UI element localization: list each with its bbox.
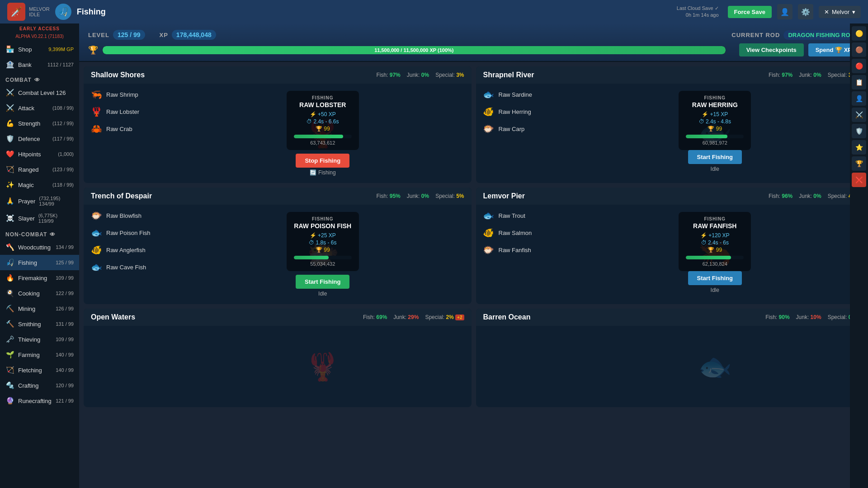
sidebar-item-prayer[interactable]: 🙏 Prayer (732,195) 134/99 xyxy=(0,192,79,210)
sidebar-item-runecrafting[interactable]: 🔮 Runecrafting 121 / 99 xyxy=(0,393,79,408)
xp-bar-row: 🏆 11,500,000 / 11,500,000 XP (100%) View… xyxy=(88,43,859,56)
fish-item-trout[interactable]: 🐟 Raw Trout xyxy=(482,209,560,222)
sidebar-item-magic[interactable]: ✨ Magic (118 / 99) xyxy=(0,177,79,192)
sidebar-item-fishing[interactable]: 🎣 Fishing 125 / 99 xyxy=(0,255,79,270)
card-xp-trench: ⚡ +25 XP xyxy=(294,232,352,239)
right-bar-person-icon[interactable]: 👤 xyxy=(852,91,866,106)
area-name-lemvor: Lemvor Pier xyxy=(483,192,761,200)
fish-item-cave-fish[interactable]: 🐟 Raw Cave Fish xyxy=(90,261,168,273)
sidebar-item-defence[interactable]: 🛡️ Defence (117 / 99) xyxy=(0,131,79,146)
salmon-icon: 🐠 xyxy=(482,226,495,239)
fish-item-crab[interactable]: 🦀 Raw Crab xyxy=(90,122,168,135)
sidebar-item-smithing[interactable]: 🔨 Smithing 131 / 99 xyxy=(0,316,79,332)
fish-item-salmon[interactable]: 🐠 Raw Salmon xyxy=(482,226,560,239)
fish-item-fanfish[interactable]: 🐡 Raw Fanfish xyxy=(482,244,560,256)
sidebar-item-strength[interactable]: 💪 Strength (112 / 99) xyxy=(0,116,79,131)
sidebar-item-mining[interactable]: ⛏️ Mining 126 / 99 xyxy=(0,301,79,316)
fish-stat-open: Fish: 69% xyxy=(363,314,387,320)
card-trophy-shrapnel: 🏆 99 xyxy=(686,126,744,132)
fish-item-anglerfish[interactable]: 🐠 Raw Anglerfish xyxy=(90,244,168,256)
spinning-icon: 🔄 xyxy=(310,169,316,176)
sidebar-item-fletching[interactable]: 🏹 Fletching 140 / 99 xyxy=(0,362,79,378)
stop-fishing-button-shallow[interactable]: Stop Fishing xyxy=(296,154,349,168)
poison-fish-icon: 🐟 xyxy=(90,226,103,239)
cooking-label: Cooking xyxy=(18,290,52,297)
right-bar-dungeon-icon[interactable]: 🔴 xyxy=(852,59,866,73)
notification-icon-button[interactable]: 👤 xyxy=(777,4,793,19)
level-label: LEVEL xyxy=(88,32,109,38)
status-text-shrapnel: Idle xyxy=(711,166,719,172)
sidebar-item-firemaking[interactable]: 🔥 Firemaking 109 / 99 xyxy=(0,270,79,286)
smithing-badge: 131 / 99 xyxy=(56,321,74,327)
view-checkpoints-button[interactable]: View Checkpoints xyxy=(739,43,804,56)
hitpoints-badge: (1,000) xyxy=(58,151,74,157)
area-stats-lemvor: Fish: 96% Junk: 0% Special: 4% xyxy=(769,193,856,199)
fishing-card-trench: FISHING RAW POISON FISH ⚡ +25 XP ⏱ 1.8s … xyxy=(287,212,359,271)
card-time-shallow: ⏱ 2.4s - 6.6s xyxy=(294,118,352,125)
start-fishing-button-shrapnel[interactable]: Start Fishing xyxy=(688,150,742,164)
fish-item-carp[interactable]: 🐡 Raw Carp xyxy=(482,122,560,135)
fish-item-blowfish[interactable]: 🐡 Raw Blowfish xyxy=(90,209,168,222)
card-fish-shallow: RAW LOBSTER xyxy=(294,101,352,108)
sidebar-item-woodcutting[interactable]: 🪓 Woodcutting 134 / 99 xyxy=(0,239,79,255)
fish-item-herring[interactable]: 🐠 Raw Herring xyxy=(482,105,560,118)
fish-list-barren-ocean xyxy=(476,326,566,407)
area-name-trench: Trench of Despair xyxy=(91,192,369,200)
force-save-button[interactable]: Force Save xyxy=(728,6,772,18)
defence-label: Defence xyxy=(18,136,49,142)
right-bar-book-icon[interactable]: 📋 xyxy=(852,75,866,89)
sidebar-item-farming[interactable]: 🌱 Farming 140 / 99 xyxy=(0,347,79,362)
logo-icon: 🗡️ xyxy=(7,3,25,21)
bg-fish-open-waters: 🦞 xyxy=(306,351,340,383)
sidebar-item-slayer[interactable]: ☠️ Slayer (6,775K) 119/99 xyxy=(0,210,79,227)
right-bar-coin-icon[interactable]: 🟡 xyxy=(852,26,866,41)
start-fishing-button-lemvor[interactable]: Start Fishing xyxy=(688,271,742,285)
right-bar-shield-icon[interactable]: 🛡️ xyxy=(852,124,866,138)
bank-label: Bank xyxy=(18,61,44,68)
topbar: 🗡️ MELVOR IDLE 🎣 Fishing Last Cloud Save… xyxy=(0,0,868,23)
right-bar-warning-icon[interactable]: ❌ xyxy=(852,173,866,187)
sidebar-item-crafting[interactable]: 🔩 Crafting 120 / 99 xyxy=(0,378,79,393)
xp-bar-text: 11,500,000 / 11,500,000 XP (100%) xyxy=(374,47,453,53)
settings-icon-button[interactable]: ⚙️ xyxy=(798,4,813,19)
smithing-icon: 🔨 xyxy=(5,319,14,328)
sidebar-item-combat-level[interactable]: ⚔️ Combat Level 126 xyxy=(0,85,79,100)
farming-badge: 140 / 99 xyxy=(56,352,74,357)
shop-icon: 🏪 xyxy=(5,45,14,54)
area-barren-ocean: Barren Ocean Fish: 90% Junk: 10% Special… xyxy=(476,309,864,407)
combat-label: COMBAT xyxy=(5,77,32,83)
card-trophy-shallow: 🏆 99 xyxy=(294,126,352,132)
fish-item-lobster[interactable]: 🦞 Raw Lobster xyxy=(90,105,168,118)
trout-name: Raw Trout xyxy=(499,212,525,219)
fish-count-lemvor: 62,130,824 xyxy=(686,261,744,267)
sidebar-item-hitpoints[interactable]: ❤️ Hitpoints (1,000) xyxy=(0,146,79,162)
sidebar-item-shop[interactable]: 🏪 Shop 9,399M GP xyxy=(0,42,79,57)
fish-item-shrimp[interactable]: 🦐 Raw Shrimp xyxy=(90,88,168,101)
sidebar-item-attack[interactable]: ⚔️ Attack (108 / 99) xyxy=(0,100,79,116)
fish-count-shrapnel: 60,981,972 xyxy=(686,140,744,145)
right-bar-trophy-icon[interactable]: 🏆 xyxy=(852,156,866,171)
area-center-open-waters: 🦞 xyxy=(174,326,472,407)
sidebar-item-bank[interactable]: 🏦 Bank 1112 / 1127 xyxy=(0,57,79,72)
eye-icon: 👁 xyxy=(34,77,40,83)
status-text-lemvor: Idle xyxy=(711,287,719,293)
profile-button[interactable]: ✕ Melvor ▾ xyxy=(819,6,861,18)
progress-bar-lemvor xyxy=(686,256,744,259)
fish-item-sardine[interactable]: 🐟 Raw Sardine xyxy=(482,88,560,101)
card-trophy-lemvor: 🏆 99 xyxy=(686,247,744,253)
sidebar-item-ranged[interactable]: 🏹 Ranged (123 / 99) xyxy=(0,162,79,177)
progress-bar-trench xyxy=(294,256,352,259)
sidebar-item-cooking[interactable]: 🍳 Cooking 122 / 99 xyxy=(0,286,79,301)
runecrafting-icon: 🔮 xyxy=(5,396,14,405)
cave-fish-name: Raw Cave Fish xyxy=(106,264,146,271)
logo-sub: IDLE xyxy=(29,12,50,17)
right-bar-slayer-icon[interactable]: 🟤 xyxy=(852,42,866,57)
fish-item-poison-fish[interactable]: 🐟 Raw Poison Fish xyxy=(90,226,168,239)
ranged-icon: 🏹 xyxy=(5,165,14,174)
right-bar-star-icon[interactable]: ⭐ xyxy=(852,140,866,155)
start-fishing-button-trench[interactable]: Start Fishing xyxy=(296,275,349,289)
runecrafting-label: Runecrafting xyxy=(18,398,52,404)
right-bar-sword-icon[interactable]: ⚔️ xyxy=(852,108,866,122)
combat-level-label: Combat Level 126 xyxy=(18,89,74,96)
sidebar-item-thieving[interactable]: 🗝️ Thieving 109 / 99 xyxy=(0,332,79,347)
